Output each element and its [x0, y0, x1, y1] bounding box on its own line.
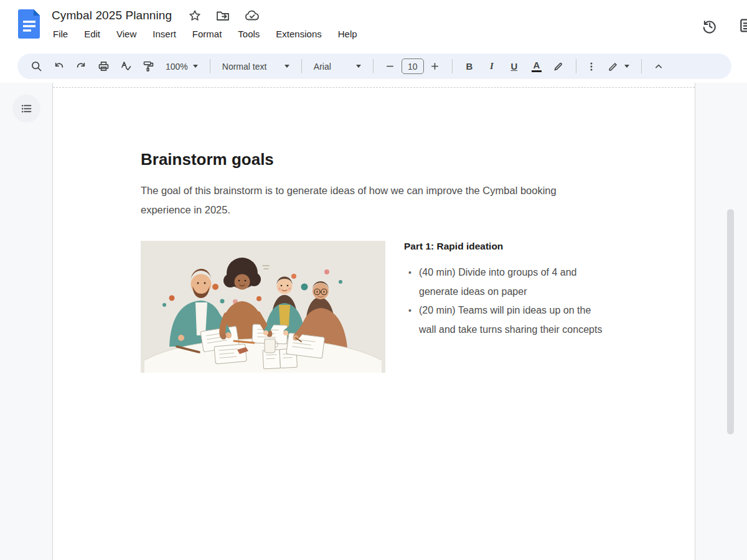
- list-item[interactable]: (20 min) Teams will pin ideas up on the …: [404, 301, 611, 339]
- doc-intro-paragraph[interactable]: The goal of this brainstorm is to genera…: [141, 181, 571, 220]
- menu-edit[interactable]: Edit: [83, 27, 101, 40]
- hide-menus-icon[interactable]: [647, 57, 670, 77]
- editing-mode-select[interactable]: [601, 57, 636, 77]
- doc-title-row: Cymbal 2025 Planning: [52, 8, 260, 23]
- text-color-swatch: [532, 70, 542, 73]
- font-size-input[interactable]: 10: [402, 58, 424, 74]
- doc-title[interactable]: Cymbal 2025 Planning: [52, 9, 172, 22]
- paragraph-style-select[interactable]: Normal text: [216, 57, 296, 77]
- menu-extensions[interactable]: Extensions: [275, 27, 322, 40]
- app-header: Cymbal 2025 Planning File: [0, 0, 747, 50]
- menu-help[interactable]: Help: [337, 27, 359, 40]
- undo-icon[interactable]: [47, 57, 70, 77]
- chevron-down-icon: [284, 65, 289, 68]
- vertical-scrollbar[interactable]: [727, 209, 734, 434]
- pencil-icon: [607, 60, 619, 73]
- list-item[interactable]: (40 min) Divide into groups of 4 and gen…: [404, 263, 611, 301]
- menu-bar: File Edit View Insert Format Tools Exten…: [52, 27, 359, 40]
- document-page[interactable]: Brainstorm goals The goal of this brains…: [52, 83, 695, 560]
- bold-button[interactable]: B: [458, 57, 481, 77]
- menu-tools[interactable]: Tools: [237, 27, 261, 40]
- cloud-saved-icon[interactable]: [244, 8, 260, 23]
- print-icon[interactable]: [92, 57, 115, 77]
- star-icon[interactable]: [188, 9, 202, 22]
- italic-button[interactable]: I: [481, 57, 503, 77]
- menu-file[interactable]: File: [52, 27, 69, 40]
- bold-label: B: [466, 61, 472, 72]
- toolbar-divider: [210, 59, 210, 73]
- toolbar-divider: [576, 59, 576, 73]
- toolbar-divider: [301, 59, 302, 73]
- chevron-down-icon: [356, 65, 361, 68]
- menu-insert[interactable]: Insert: [151, 27, 177, 40]
- paragraph-style-value: Normal text: [222, 62, 267, 72]
- underline-button[interactable]: U: [503, 57, 525, 77]
- zoom-value: 100%: [166, 62, 188, 72]
- version-history-icon[interactable]: [698, 15, 720, 36]
- chevron-down-icon: [193, 65, 198, 68]
- italic-label: I: [490, 61, 494, 72]
- font-value: Arial: [314, 62, 331, 72]
- text-color-label: A: [533, 60, 540, 70]
- redo-icon[interactable]: [70, 57, 92, 77]
- highlight-color-icon[interactable]: [548, 57, 570, 77]
- team-brainstorm-illustration[interactable]: [141, 241, 385, 373]
- decrease-font-size-button[interactable]: [379, 57, 402, 77]
- more-options-icon[interactable]: [582, 57, 601, 77]
- toolbar-divider: [373, 59, 374, 73]
- zoom-select[interactable]: 100%: [159, 57, 204, 77]
- menu-view[interactable]: View: [115, 27, 138, 40]
- doc-heading[interactable]: Brainstorm goals: [141, 149, 274, 170]
- toolbar-divider: [452, 59, 453, 73]
- underline-label: U: [510, 61, 517, 72]
- bullet-list: (40 min) Divide into groups of 4 and gen…: [404, 263, 611, 339]
- page-top-boundary: [53, 87, 695, 88]
- font-select[interactable]: Arial: [308, 57, 367, 77]
- chevron-down-icon: [624, 65, 629, 68]
- menu-format[interactable]: Format: [191, 27, 223, 40]
- spell-check-icon[interactable]: [115, 57, 137, 77]
- paint-format-icon[interactable]: [137, 57, 159, 77]
- docs-panel-icon[interactable]: [738, 16, 747, 35]
- toolbar-divider: [641, 59, 642, 73]
- google-docs-logo-icon[interactable]: [17, 8, 41, 39]
- increase-font-size-button[interactable]: [424, 57, 446, 77]
- text-color-button[interactable]: A: [525, 57, 548, 77]
- document-canvas: Brainstorm goals The goal of this brains…: [0, 83, 747, 560]
- formatting-toolbar: 100% Normal text Arial 10 B I U A: [17, 54, 731, 79]
- section-title[interactable]: Part 1: Rapid ideation: [404, 240, 611, 253]
- show-outline-icon[interactable]: [12, 95, 40, 123]
- move-to-folder-icon[interactable]: [215, 8, 230, 23]
- section-column: Part 1: Rapid ideation (40 min) Divide i…: [404, 240, 611, 339]
- search-menus-icon[interactable]: [25, 57, 47, 77]
